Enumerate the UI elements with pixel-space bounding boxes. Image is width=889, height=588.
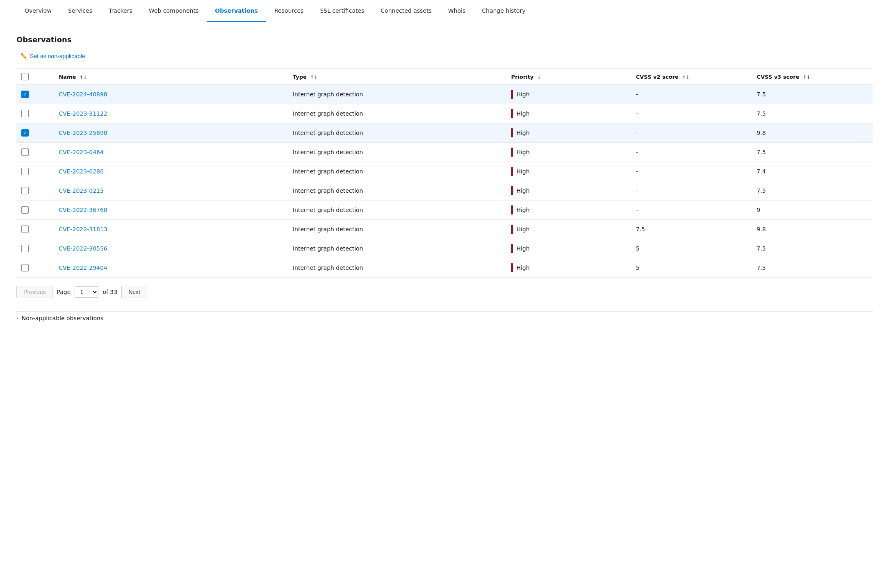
priority-label-4: High <box>516 149 529 155</box>
header-cvss2[interactable]: CVSS v2 score ↑↓ <box>631 69 752 85</box>
row-cvss2-7: - <box>631 201 752 220</box>
row-type-4: Internet graph detection <box>288 143 506 162</box>
row-cvss3-6: 7.5 <box>752 181 873 201</box>
row-checkbox-7[interactable] <box>21 206 29 214</box>
table-row: CVE-2023-0215Internet graph detectionHig… <box>16 181 873 201</box>
table-row: CVE-2022-30556Internet graph detectionHi… <box>16 239 873 258</box>
set-non-applicable-button[interactable]: ✏️ Set as non-applicable <box>16 50 89 62</box>
row-checkbox-9[interactable] <box>21 245 29 252</box>
row-priority-6: High <box>506 181 631 201</box>
row-cvss3-5: 7.4 <box>752 162 873 181</box>
row-priority-9: High <box>506 239 631 258</box>
priority-label-3: High <box>516 130 529 136</box>
page-label: Page <box>57 289 71 295</box>
table-row: CVE-2023-0464Internet graph detectionHig… <box>16 143 873 162</box>
row-cvss2-8: 7.5 <box>631 220 752 239</box>
cve-link-2[interactable]: CVE-2023-31122 <box>59 110 107 117</box>
row-priority-7: High <box>506 201 631 220</box>
row-type-7: Internet graph detection <box>288 201 506 220</box>
priority-label-6: High <box>516 187 529 194</box>
header-type[interactable]: Type ↑↓ <box>288 69 506 85</box>
priority-bar-1 <box>511 90 513 99</box>
row-type-5: Internet graph detection <box>288 162 506 181</box>
next-button[interactable]: Next <box>121 286 147 298</box>
row-type-6: Internet graph detection <box>288 181 506 201</box>
table-body: CVE-2024-40898Internet graph detectionHi… <box>16 85 873 278</box>
nav-tabs: OverviewServicesTrackersWeb componentsOb… <box>0 0 889 22</box>
cve-link-8[interactable]: CVE-2022-31813 <box>59 226 107 232</box>
nav-tab-whois[interactable]: Whois <box>440 0 474 22</box>
cve-link-4[interactable]: CVE-2023-0464 <box>59 149 104 155</box>
header-name-label: Name <box>59 74 76 80</box>
name-sort-icon: ↑↓ <box>80 75 87 80</box>
non-applicable-label: Non-applicable observations <box>22 315 103 321</box>
table-row: CVE-2024-40898Internet graph detectionHi… <box>16 85 873 104</box>
non-applicable-section[interactable]: › Non-applicable observations <box>16 311 873 325</box>
row-checkbox-5[interactable] <box>21 168 29 175</box>
page-select-container: 1 2 3 <box>75 286 98 298</box>
set-non-applicable-label: Set as non-applicable <box>30 53 85 59</box>
nav-tab-ssl-certificates[interactable]: SSL certificates <box>312 0 372 22</box>
main-content: Observations ✏️ Set as non-applicable Na… <box>0 22 889 338</box>
row-priority-8: High <box>506 220 631 239</box>
priority-bar-2 <box>511 109 513 118</box>
cve-link-10[interactable]: CVE-2022-29404 <box>59 264 107 271</box>
row-cvss2-6: - <box>631 181 752 201</box>
table-row: CVE-2022-31813Internet graph detectionHi… <box>16 220 873 239</box>
row-type-3: Internet graph detection <box>288 123 506 143</box>
table-row: CVE-2023-25690Internet graph detectionHi… <box>16 123 873 143</box>
header-type-label: Type <box>293 74 307 80</box>
nav-tab-resources[interactable]: Resources <box>266 0 312 22</box>
priority-label-7: High <box>516 207 529 213</box>
nav-tab-change-history[interactable]: Change history <box>474 0 533 22</box>
cve-link-1[interactable]: CVE-2024-40898 <box>59 91 107 98</box>
header-cvss2-label: CVSS v2 score <box>636 74 679 80</box>
row-checkbox-10[interactable] <box>21 264 29 271</box>
row-cvss3-8: 9.8 <box>752 220 873 239</box>
table-row: CVE-2023-0286Internet graph detectionHig… <box>16 162 873 181</box>
priority-label-9: High <box>516 245 529 252</box>
nav-tab-trackers[interactable]: Trackers <box>100 0 141 22</box>
page-select[interactable]: 1 2 3 <box>75 286 98 298</box>
priority-bar-4 <box>511 148 513 157</box>
row-cvss3-1: 7.5 <box>752 85 873 104</box>
row-checkbox-6[interactable] <box>21 187 29 194</box>
table-row: CVE-2023-31122Internet graph detectionHi… <box>16 104 873 123</box>
observations-table: Name ↑↓ Type ↑↓ Priority ↓ CVSS v2 score… <box>16 69 873 278</box>
header-cvss3-label: CVSS v3 score <box>757 74 799 80</box>
priority-bar-3 <box>511 128 513 137</box>
nav-tab-web-components[interactable]: Web components <box>141 0 207 22</box>
cve-link-5[interactable]: CVE-2023-0286 <box>59 168 104 175</box>
priority-sort-icon: ↓ <box>537 75 541 80</box>
cve-link-3[interactable]: CVE-2023-25690 <box>59 130 107 136</box>
nav-tab-connected-assets[interactable]: Connected assets <box>372 0 440 22</box>
row-cvss3-9: 7.5 <box>752 239 873 258</box>
cve-link-7[interactable]: CVE-2022-36760 <box>59 207 107 213</box>
header-cvss3[interactable]: CVSS v3 score ↑↓ <box>752 69 873 85</box>
row-type-2: Internet graph detection <box>288 104 506 123</box>
row-checkbox-3[interactable] <box>21 129 29 137</box>
select-all-checkbox[interactable] <box>21 73 29 80</box>
priority-bar-8 <box>511 225 513 234</box>
header-priority[interactable]: Priority ↓ <box>506 69 631 85</box>
nav-tab-overview[interactable]: Overview <box>16 0 60 22</box>
previous-button[interactable]: Previous <box>16 286 52 298</box>
nav-tab-services[interactable]: Services <box>60 0 100 22</box>
row-checkbox-8[interactable] <box>21 226 29 233</box>
priority-label-10: High <box>516 264 529 271</box>
row-checkbox-4[interactable] <box>21 148 29 156</box>
header-name[interactable]: Name ↑↓ <box>54 69 288 85</box>
row-cvss3-3: 9.8 <box>752 123 873 143</box>
priority-bar-9 <box>511 244 513 253</box>
priority-bar-5 <box>511 167 513 176</box>
row-cvss2-10: 5 <box>631 258 752 278</box>
cve-link-6[interactable]: CVE-2023-0215 <box>59 187 104 194</box>
observations-table-container: Name ↑↓ Type ↑↓ Priority ↓ CVSS v2 score… <box>16 68 873 278</box>
row-checkbox-2[interactable] <box>21 110 29 117</box>
cve-link-9[interactable]: CVE-2022-30556 <box>59 245 107 252</box>
table-row: CVE-2022-36760Internet graph detectionHi… <box>16 201 873 220</box>
row-checkbox-1[interactable] <box>21 91 29 98</box>
priority-bar-7 <box>511 205 513 214</box>
nav-tab-observations[interactable]: Observations <box>207 0 266 22</box>
row-type-9: Internet graph detection <box>288 239 506 258</box>
